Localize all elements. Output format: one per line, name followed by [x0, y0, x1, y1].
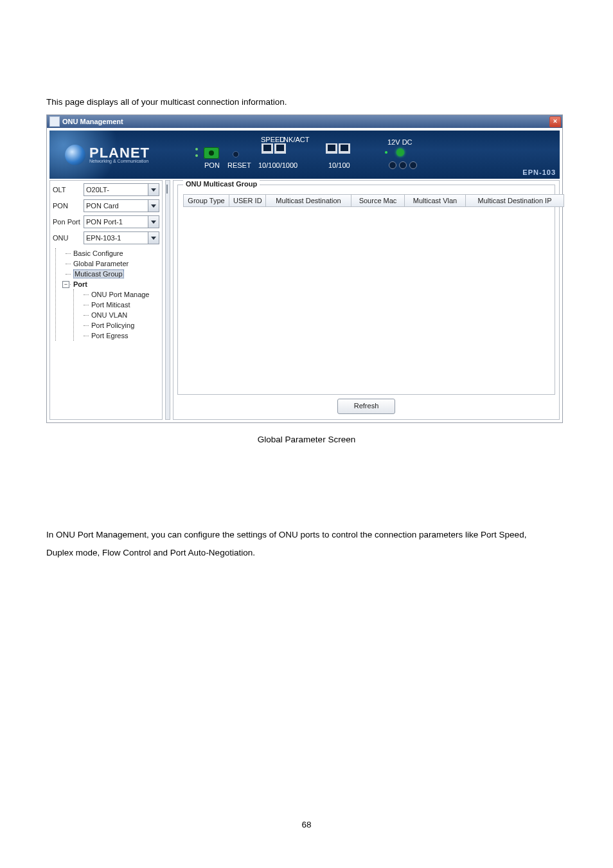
tree-item-global-parameter[interactable]: Global Parameter [63, 258, 159, 269]
label-10-100-1000: 10/100/1000 [258, 161, 298, 169]
refresh-button[interactable]: Refresh [337, 399, 395, 414]
rj45-pair-icon [262, 143, 287, 154]
pon-label: PON [53, 202, 84, 210]
globe-icon [65, 145, 85, 165]
sidebar: OLT O20LT- PON PON Card Pon Port [49, 180, 163, 420]
olt-select[interactable]: O20LT- [84, 183, 159, 196]
figure-caption: Global Parameter Screen [0, 435, 613, 444]
nav-tree: Basic Configure Global Parameter Muticas… [53, 248, 159, 341]
page-number: 68 [0, 820, 613, 829]
pon-select-value: PON Card [86, 202, 119, 210]
section-text-line1: In ONU Port Management, you can configur… [46, 526, 526, 544]
dc-jack-icon [389, 161, 417, 169]
onu-select[interactable]: EPN-103-1 [84, 231, 159, 244]
intro-text: This page displays all of your multicast… [46, 93, 287, 111]
led-icon [195, 148, 198, 150]
device-model: EPN-103 [522, 168, 556, 176]
col-user-id[interactable]: USER ID [229, 194, 266, 207]
window-title: ONU Management [62, 118, 123, 125]
onu-multicast-group-box: ONU Multicast Group Group Type USER ID M… [177, 185, 555, 395]
olt-select-value: O20LT- [86, 186, 109, 194]
tree-item-port-egress[interactable]: Port Egress [81, 330, 159, 341]
label-reset: RESET [227, 161, 251, 169]
power-dot-icon [385, 151, 387, 154]
rj45-pair-icon [326, 143, 351, 154]
label-lnkact: LNK/ACT [280, 136, 309, 143]
window-close-button[interactable]: × [549, 116, 561, 127]
tree-branch-port[interactable]: − Port [63, 279, 159, 289]
col-multicast-destination-ip[interactable]: Multicast Destination IP [466, 194, 564, 207]
onu-select-value: EPN-103-1 [86, 234, 121, 242]
tree-item-onu-port-manage[interactable]: ONU Port Manage [81, 289, 159, 300]
groupbox-legend: ONU Multicast Group [183, 180, 260, 188]
ponport-label: Pon Port [53, 218, 84, 226]
section-text-line2: Duplex mode, Flow Control and Port Auto-… [46, 544, 255, 562]
label-10-100: 10/100 [328, 161, 350, 169]
chevron-down-icon[interactable] [148, 216, 159, 228]
olt-label: OLT [53, 186, 84, 194]
tree-collapse-icon[interactable]: − [62, 281, 69, 288]
chevron-down-icon[interactable] [148, 184, 159, 195]
device-banner: PLANET Networking & Communication PON [49, 131, 560, 179]
tree-item-basic-configure[interactable]: Basic Configure [63, 248, 159, 258]
col-source-mac[interactable]: Source Mac [351, 194, 405, 207]
onu-management-window: ONU Management × PLANET Networking & Com… [46, 114, 563, 423]
led-icon [195, 154, 198, 157]
brand-tagline: Networking & Communication [89, 159, 150, 163]
tree-item-onu-vlan[interactable]: ONU VLAN [81, 310, 159, 320]
onu-label: ONU [53, 234, 84, 242]
brand-name: PLANET [89, 147, 150, 159]
ponport-select-value: PON Port-1 [86, 218, 123, 226]
pon-port-icon [204, 147, 219, 159]
label-pon: PON [204, 161, 220, 169]
col-multicast-destination[interactable]: Multicast Destination [266, 194, 351, 207]
tree-item-multicast-group[interactable]: Muticast Group [63, 269, 159, 279]
tree-item-port-multicast[interactable]: Port Miticast [81, 300, 159, 310]
window-icon [49, 116, 60, 127]
label-12vdc: 12V DC [387, 138, 413, 146]
col-group-type[interactable]: Group Type [183, 194, 229, 207]
content-pane: ONU Multicast Group Group Type USER ID M… [173, 180, 560, 420]
window-titlebar: ONU Management × [47, 115, 562, 128]
reset-hole-icon [233, 151, 239, 158]
tree-item-port-policying[interactable]: Port Policying [81, 320, 159, 330]
pon-select[interactable]: PON Card [84, 199, 159, 212]
splitter-handle[interactable] [165, 180, 170, 420]
ponport-select[interactable]: PON Port-1 [84, 215, 159, 228]
brand-logo: PLANET Networking & Communication [65, 145, 150, 165]
chevron-down-icon[interactable] [148, 200, 159, 212]
power-led-icon [396, 149, 404, 156]
table-header-row: Group Type USER ID Multicast Destination… [183, 194, 564, 207]
chevron-down-icon[interactable] [148, 232, 159, 244]
col-multicast-vlan[interactable]: Multicast Vlan [405, 194, 466, 207]
